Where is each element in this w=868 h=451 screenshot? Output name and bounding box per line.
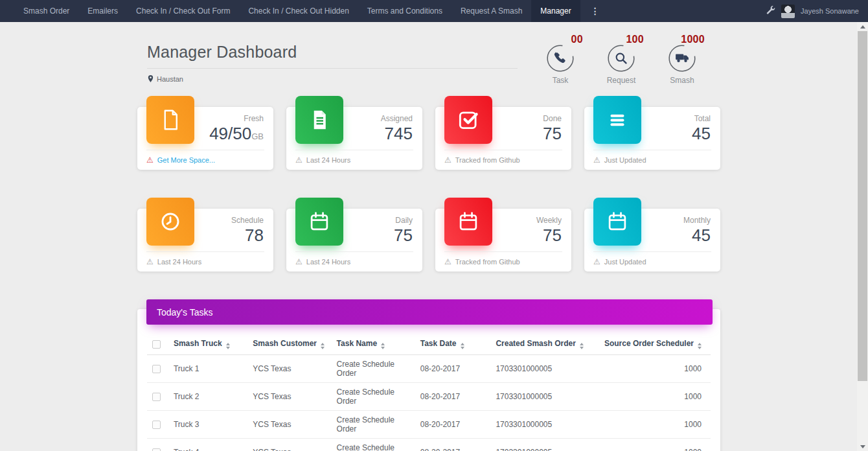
- warning-icon: ⚠: [146, 156, 154, 164]
- tasks-title: Today's Tasks: [157, 307, 212, 318]
- nav-tab-checkin-checkout-form[interactable]: Check In / Check Out Form: [127, 0, 239, 22]
- counter-circle: [546, 44, 575, 73]
- card-label: Weekly: [536, 216, 562, 225]
- counter-smash[interactable]: 1000 Smash: [653, 34, 711, 85]
- scrollbar-up-arrow-icon[interactable]: [857, 22, 868, 31]
- col-smash-customer[interactable]: Smash Customer: [247, 334, 331, 355]
- card-value: 75: [394, 227, 413, 244]
- col-source-order-scheduler[interactable]: Source Order Scheduler: [599, 334, 711, 355]
- card-label: Monthly: [683, 216, 711, 225]
- stat-cards-row: Fresh 49/50GB ⚠ Get More Space... Assign…: [137, 107, 720, 170]
- row-checkbox[interactable]: [152, 365, 161, 373]
- select-all-checkbox[interactable]: [152, 340, 161, 349]
- card-value: 75: [543, 125, 562, 143]
- warning-icon: ⚠: [593, 258, 600, 266]
- counter-circle: [668, 44, 696, 73]
- card-footer-text: Last 24 Hours: [306, 258, 350, 266]
- nav-tabs: Smash Order Emailers Check In / Check Ou…: [14, 0, 610, 22]
- more-menu-icon[interactable]: ⋮: [580, 0, 610, 22]
- warning-icon: ⚠: [593, 156, 600, 164]
- counter-smash-label: Smash: [653, 76, 711, 85]
- tasks-banner: Today's Tasks: [146, 299, 713, 325]
- clock-icon: [146, 198, 194, 246]
- row-checkbox[interactable]: [152, 421, 161, 429]
- card-footer-link[interactable]: Get More Space...: [157, 156, 215, 164]
- card-label: Fresh: [209, 114, 264, 123]
- request-count: 100: [626, 34, 644, 45]
- sort-icon[interactable]: [461, 343, 464, 349]
- stat-card-fresh: Fresh 49/50GB ⚠ Get More Space...: [137, 107, 273, 170]
- col-created-smash-order[interactable]: Created Smash Order: [490, 334, 599, 355]
- card-label: Done: [543, 114, 562, 123]
- card-value: 45: [683, 227, 711, 244]
- col-task-date[interactable]: Task Date: [415, 334, 491, 355]
- card-value: 75: [536, 227, 562, 244]
- user-avatar[interactable]: [781, 5, 795, 18]
- warning-icon: ⚠: [295, 258, 303, 266]
- card-label: Assigned: [381, 114, 413, 123]
- calendar-icon: [593, 198, 641, 246]
- row-checkbox[interactable]: [152, 448, 161, 451]
- counter-task-label: Task: [531, 76, 589, 85]
- truck-icon: [676, 54, 689, 62]
- search-icon: [617, 54, 626, 64]
- calendar-icon: [295, 198, 343, 246]
- user-name[interactable]: Jayesh Sonawane: [801, 7, 859, 15]
- top-navbar: Smash Order Emailers Check In / Check Ou…: [0, 0, 868, 22]
- warning-icon: ⚠: [295, 156, 303, 164]
- sort-icon[interactable]: [226, 343, 230, 349]
- stat-card-assigned: Assigned 745 ⚠ Last 24 Hours: [286, 107, 422, 170]
- table-row: Truck 3 YCS Texas Create Schedule Order …: [147, 411, 711, 439]
- wrench-icon[interactable]: [766, 5, 775, 17]
- nav-tab-checkin-checkout-hidden[interactable]: Check In / Check Out Hidden: [239, 0, 358, 22]
- stat-card-weekly: Weekly 75 ⚠ Tracked from Github: [435, 209, 571, 272]
- scrollbar-down-arrow-icon[interactable]: [857, 442, 868, 451]
- tasks-table: Smash Truck Smash Customer Task Name Tas…: [147, 334, 711, 451]
- location-label: Haustan: [157, 75, 183, 83]
- nav-tab-smash-order[interactable]: Smash Order: [14, 0, 78, 22]
- counter-task[interactable]: 00 Task: [531, 34, 589, 85]
- nav-tab-request-a-smash[interactable]: Request A Smash: [451, 0, 531, 22]
- phone-icon: [554, 52, 565, 63]
- nav-tab-terms-and-conditions[interactable]: Terms and Conditions: [358, 0, 451, 22]
- card-label: Daily: [394, 216, 413, 225]
- task-count: 00: [571, 34, 583, 45]
- sort-icon[interactable]: [321, 343, 325, 349]
- counter-circle: [607, 44, 635, 73]
- scrollbar-thumb[interactable]: [858, 31, 867, 381]
- page-scrollbar[interactable]: [857, 22, 868, 451]
- col-task-name[interactable]: Task Name: [332, 334, 415, 355]
- card-footer-text: Last 24 Hours: [306, 156, 350, 164]
- sort-icon[interactable]: [698, 343, 702, 349]
- location-row: Haustan: [147, 75, 518, 83]
- table-row: Truck 4 YCS Texas Create Schedule Order …: [147, 439, 711, 451]
- warning-icon: ⚠: [444, 156, 451, 164]
- counter-request-label: Request: [592, 76, 650, 85]
- counters: 00 Task 100 Request 1000: [531, 34, 711, 85]
- checkbox-icon: [444, 96, 492, 144]
- nav-tab-emailers[interactable]: Emailers: [78, 0, 127, 22]
- col-smash-truck[interactable]: Smash Truck: [168, 334, 247, 355]
- card-value: 78: [231, 227, 264, 244]
- card-footer-text: Just Updated: [604, 156, 646, 164]
- main-content: Manager Dashboard Haustan 00 Task 100: [137, 22, 720, 451]
- stat-card-total: Total 45 ⚠ Just Updated: [584, 107, 720, 170]
- warning-icon: ⚠: [444, 258, 451, 266]
- nav-tab-manager[interactable]: Manager: [531, 0, 580, 22]
- card-footer-text: Tracked from Github: [455, 156, 520, 164]
- file-text-icon: [295, 96, 343, 144]
- sort-icon[interactable]: [580, 343, 584, 349]
- smash-count: 1000: [681, 34, 705, 45]
- nav-user-area: Jayesh Sonawane: [766, 0, 868, 22]
- schedule-cards-row: Schedule 78 ⚠ Last 24 Hours Daily 75 ⚠ L…: [137, 209, 720, 272]
- stat-card-monthly: Monthly 45 ⚠ Just Updated: [584, 209, 720, 272]
- sort-icon[interactable]: [381, 343, 385, 349]
- card-value: 45: [692, 125, 711, 143]
- stat-card-daily: Daily 75 ⚠ Last 24 Hours: [286, 209, 422, 272]
- stat-card-done: Done 75 ⚠ Tracked from Github: [435, 107, 571, 170]
- table-row: Truck 1 YCS Texas Create Schedule Order …: [147, 355, 711, 383]
- counter-request[interactable]: 100 Request: [592, 34, 650, 85]
- card-value: 49/50GB: [209, 125, 264, 143]
- file-icon: [146, 96, 194, 144]
- row-checkbox[interactable]: [152, 393, 161, 401]
